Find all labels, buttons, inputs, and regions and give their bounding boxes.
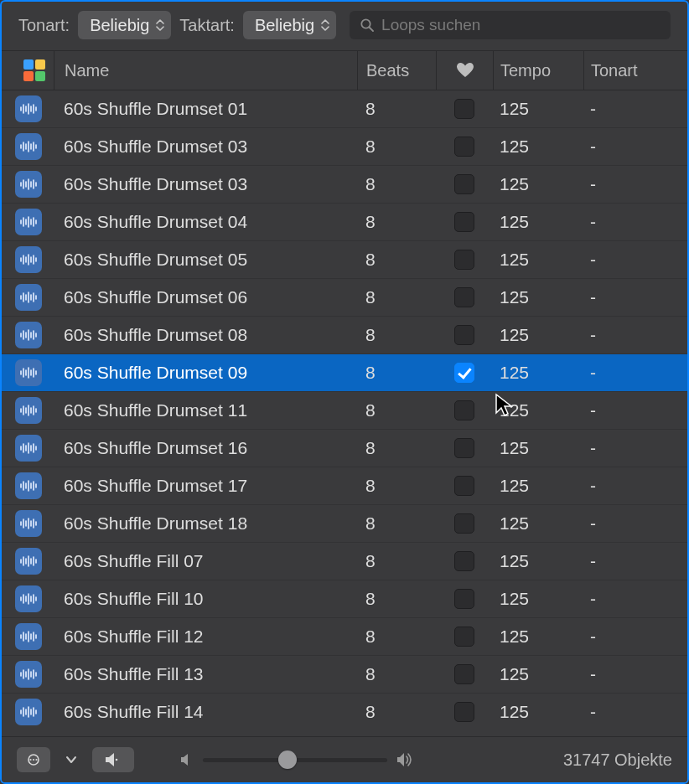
- loop-tonart: -: [583, 137, 674, 157]
- taktart-dropdown[interactable]: Beliebig: [243, 11, 336, 39]
- updown-icon: [156, 18, 164, 32]
- table-row[interactable]: 60s Shuffle Drumset 018125-: [2, 90, 687, 128]
- volume-slider[interactable]: [179, 752, 414, 767]
- table-row[interactable]: 60s Shuffle Drumset 058125-: [2, 241, 687, 279]
- favorite-cell: [436, 287, 493, 307]
- favorite-cell: [436, 627, 493, 647]
- loop-name: 60s Shuffle Fill 10: [54, 589, 357, 609]
- audio-loop-icon: [15, 472, 42, 499]
- audio-loop-icon: [15, 95, 42, 122]
- footer: 31747 Objekte: [2, 736, 687, 782]
- table-row[interactable]: 60s Shuffle Fill 128125-: [2, 618, 687, 656]
- favorite-checkbox[interactable]: [454, 363, 474, 383]
- table-row[interactable]: 60s Shuffle Fill 108125-: [2, 580, 687, 618]
- loop-type-icon: [15, 397, 54, 424]
- more-options-button[interactable]: [17, 747, 50, 772]
- table-row[interactable]: 60s Shuffle Fill 138125-: [2, 656, 687, 694]
- loop-tempo: 125: [493, 438, 583, 458]
- tonart-label: Tonart:: [18, 16, 70, 35]
- audio-loop-icon: [15, 510, 42, 537]
- loop-name: 60s Shuffle Drumset 09: [54, 363, 357, 383]
- column-beats[interactable]: Beats: [357, 51, 436, 90]
- favorite-checkbox[interactable]: [454, 702, 474, 722]
- slider-track[interactable]: [203, 758, 387, 762]
- favorite-checkbox[interactable]: [454, 589, 474, 609]
- object-count: 31747 Objekte: [563, 750, 672, 770]
- favorite-checkbox[interactable]: [454, 664, 474, 684]
- loop-beats: 8: [357, 551, 436, 571]
- favorite-checkbox[interactable]: [454, 250, 474, 270]
- loop-type-icon: [15, 585, 54, 612]
- loop-name: 60s Shuffle Drumset 03: [54, 174, 357, 194]
- favorite-checkbox[interactable]: [454, 137, 474, 157]
- view-mode-button[interactable]: [15, 59, 54, 81]
- favorite-checkbox[interactable]: [454, 287, 474, 307]
- preview-play-button[interactable]: [92, 747, 134, 772]
- column-name[interactable]: Name: [54, 51, 357, 90]
- more-chevron[interactable]: [62, 747, 80, 772]
- table-row[interactable]: 60s Shuffle Fill 078125-: [2, 543, 687, 580]
- table-row[interactable]: 60s Shuffle Drumset 038125-: [2, 166, 687, 204]
- table-row[interactable]: 60s Shuffle Drumset 118125-: [2, 392, 687, 430]
- column-tonart[interactable]: Tonart: [583, 51, 674, 90]
- table-row[interactable]: 60s Shuffle Drumset 188125-: [2, 505, 687, 543]
- table-row[interactable]: 60s Shuffle Fill 148125-: [2, 694, 687, 730]
- search-input[interactable]: [350, 11, 671, 39]
- table-row[interactable]: 60s Shuffle Drumset 068125-: [2, 279, 687, 317]
- loop-list[interactable]: 60s Shuffle Drumset 018125-60s Shuffle D…: [2, 90, 687, 730]
- favorite-checkbox[interactable]: [454, 400, 474, 420]
- favorite-checkbox[interactable]: [454, 325, 474, 345]
- table-row[interactable]: 60s Shuffle Drumset 178125-: [2, 467, 687, 505]
- favorite-checkbox[interactable]: [454, 627, 474, 647]
- loop-name: 60s Shuffle Drumset 03: [54, 137, 357, 157]
- loop-tempo: 125: [493, 363, 583, 383]
- audio-loop-icon: [15, 585, 42, 612]
- favorite-cell: [436, 438, 493, 458]
- loop-tempo: 125: [493, 287, 583, 307]
- favorite-cell: [436, 363, 493, 383]
- favorite-checkbox[interactable]: [454, 513, 474, 534]
- grid-icon: [23, 59, 45, 81]
- favorite-cell: [436, 551, 493, 571]
- speaker-icon: [104, 752, 122, 767]
- favorite-checkbox[interactable]: [454, 99, 474, 119]
- favorite-cell: [436, 137, 493, 157]
- loop-tempo: 125: [493, 174, 583, 194]
- favorite-checkbox[interactable]: [454, 438, 474, 458]
- favorite-checkbox[interactable]: [454, 551, 474, 571]
- loop-type-icon: [15, 359, 54, 386]
- tonart-value: Beliebig: [90, 16, 149, 35]
- table-row[interactable]: 60s Shuffle Drumset 168125-: [2, 430, 687, 467]
- tonart-dropdown[interactable]: Beliebig: [78, 11, 171, 39]
- loop-name: 60s Shuffle Drumset 11: [54, 400, 357, 420]
- slider-thumb[interactable]: [278, 750, 297, 769]
- table-row[interactable]: 60s Shuffle Drumset 048125-: [2, 204, 687, 241]
- column-favorite[interactable]: [436, 51, 493, 90]
- loop-type-icon: [15, 133, 54, 160]
- loop-tonart: -: [583, 589, 674, 609]
- loop-tempo: 125: [493, 589, 583, 609]
- column-tempo[interactable]: Tempo: [493, 51, 583, 90]
- loop-tonart: -: [583, 476, 674, 496]
- loop-tonart: -: [583, 250, 674, 270]
- favorite-checkbox[interactable]: [454, 174, 474, 194]
- loop-tempo: 125: [493, 664, 583, 684]
- search-field[interactable]: [381, 16, 661, 34]
- volume-high-icon: [396, 752, 414, 767]
- loop-name: 60s Shuffle Drumset 08: [54, 325, 357, 345]
- table-row[interactable]: 60s Shuffle Drumset 088125-: [2, 317, 687, 354]
- loop-tonart: -: [583, 174, 674, 194]
- favorite-checkbox[interactable]: [454, 212, 474, 232]
- loop-name: 60s Shuffle Fill 12: [54, 627, 357, 647]
- loop-tonart: -: [583, 325, 674, 345]
- favorite-checkbox[interactable]: [454, 476, 474, 496]
- loop-tonart: -: [583, 363, 674, 383]
- audio-loop-icon: [15, 661, 42, 688]
- loop-beats: 8: [357, 476, 436, 496]
- audio-loop-icon: [15, 359, 42, 386]
- audio-loop-icon: [15, 397, 42, 424]
- table-row[interactable]: 60s Shuffle Drumset 098125-: [2, 354, 687, 392]
- heart-icon: [456, 62, 474, 79]
- loop-type-icon: [15, 548, 54, 575]
- table-row[interactable]: 60s Shuffle Drumset 038125-: [2, 128, 687, 166]
